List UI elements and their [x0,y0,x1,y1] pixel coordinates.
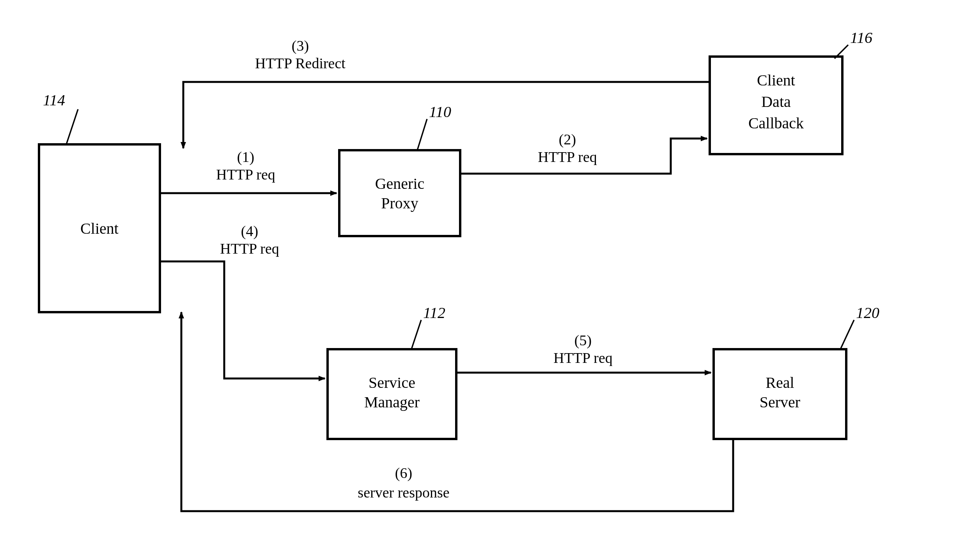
node-service-manager-label2: Manager [364,393,420,411]
edge-1-label: HTTP req [216,166,275,183]
node-real-server-ref: 120 [856,304,879,322]
edge-4-client-to-service-manager: (4) HTTP req [160,223,325,378]
node-client-ref: 114 [43,91,65,109]
node-service-manager-ref: 112 [423,304,445,322]
node-real-server-label1: Real [766,374,794,391]
edge-2-label: HTTP req [538,149,597,165]
edge-1-client-to-proxy: (1) HTTP req [160,149,337,193]
node-generic-proxy-label1: Generic [375,175,425,192]
node-generic-proxy: Generic Proxy 110 [339,103,460,236]
node-client-data-callback-label1: Client [757,71,795,89]
edge-5-step: (5) [574,332,592,349]
edge-3-step: (3) [292,37,309,54]
edge-3-callback-to-client: (3) HTTP Redirect [183,37,710,148]
edge-4-step: (4) [241,223,258,240]
edge-5-service-manager-to-real-server: (5) HTTP req [456,332,711,373]
node-client-data-callback-label3: Callback [748,114,804,132]
node-client: Client 114 [39,91,160,312]
svg-rect-2 [339,150,460,236]
node-service-manager: Service Manager 112 [328,304,456,439]
edge-6-step: (6) [395,465,412,481]
node-client-data-callback-label2: Data [761,93,791,110]
edge-5-label: HTTP req [553,350,613,366]
node-generic-proxy-ref: 110 [429,103,451,121]
node-client-data-callback-ref: 116 [850,29,872,46]
edge-6-label: server response [358,484,449,501]
node-real-server: Real Server 120 [714,304,879,439]
node-client-data-callback: Client Data Callback 116 [710,29,872,154]
architecture-diagram: Client 114 Generic Proxy 110 Client Data… [0,0,980,533]
edge-3-label: HTTP Redirect [255,55,346,71]
edge-2-proxy-to-callback: (2) HTTP req [460,131,707,174]
node-generic-proxy-label2: Proxy [381,194,418,212]
edge-1-step: (1) [237,149,254,165]
node-service-manager-label1: Service [369,374,415,391]
edge-2-step: (2) [559,131,576,148]
node-client-label: Client [80,220,119,237]
node-real-server-label2: Server [760,393,800,411]
edge-4-label: HTTP req [220,240,279,257]
